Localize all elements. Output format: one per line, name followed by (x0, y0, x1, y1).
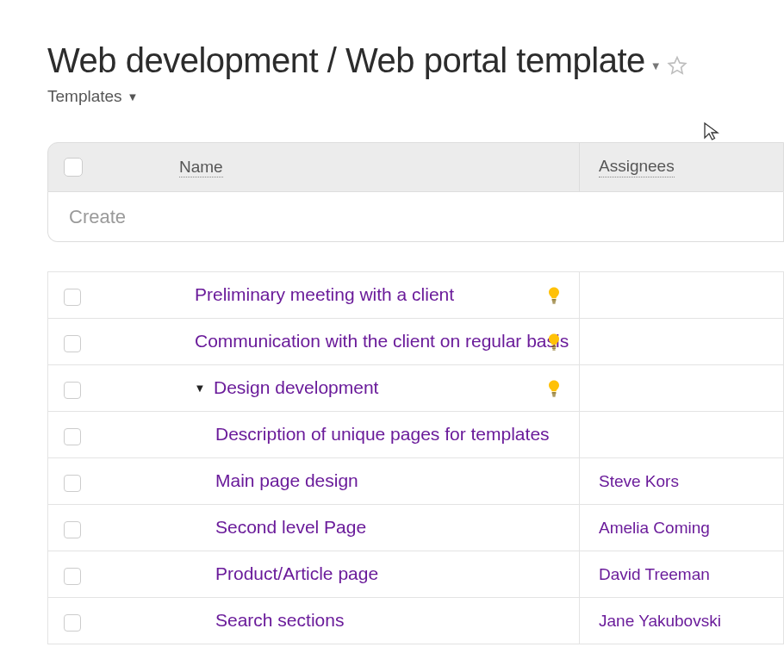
svg-rect-5 (552, 347, 556, 348)
column-header-name[interactable]: Name (179, 158, 223, 177)
row-checkbox[interactable] (64, 382, 81, 399)
svg-rect-1 (551, 299, 556, 300)
create-row (47, 192, 784, 242)
svg-rect-9 (552, 395, 555, 396)
expand-toggle-icon[interactable]: ▼ (193, 382, 207, 395)
assignee-cell[interactable]: Jane Yakubovski (579, 598, 783, 644)
table-row: Second level PageAmelia Coming (48, 505, 783, 551)
assignee-cell[interactable]: David Treeman (579, 551, 783, 597)
table-row: Communication with the client on regular… (48, 319, 783, 365)
table-row: ▼Design development (48, 365, 783, 412)
svg-rect-7 (551, 392, 556, 393)
table-row: Description of unique pages for template… (48, 412, 783, 458)
subnav-templates[interactable]: Templates (47, 87, 122, 106)
subnav-caret-icon[interactable]: ▼ (128, 90, 139, 103)
lightbulb-icon[interactable] (546, 286, 562, 305)
task-link[interactable]: Preliminary meeting with a client (195, 283, 454, 306)
select-all-checkbox[interactable] (64, 158, 83, 177)
column-header-assignees[interactable]: Assignees (599, 157, 675, 177)
svg-rect-6 (552, 349, 555, 350)
task-link[interactable]: Main page design (215, 470, 358, 492)
page-title: Web development / Web portal template (47, 41, 645, 80)
assignee-cell[interactable] (579, 412, 783, 457)
row-checkbox[interactable] (64, 521, 81, 538)
assignee-cell[interactable] (579, 272, 783, 318)
assignee-cell[interactable] (579, 365, 783, 411)
svg-rect-4 (551, 345, 556, 346)
task-link[interactable]: Description of unique pages for template… (215, 423, 550, 445)
assignee-cell[interactable]: Steve Kors (579, 458, 783, 504)
task-link[interactable]: Product/Article page (215, 563, 378, 585)
row-checkbox[interactable] (64, 289, 81, 306)
table-row: Main page designSteve Kors (48, 458, 783, 505)
row-checkbox[interactable] (64, 428, 81, 445)
row-checkbox[interactable] (64, 335, 81, 352)
svg-rect-3 (552, 302, 555, 303)
table-row: Product/Article pageDavid Treeman (48, 551, 783, 598)
title-dropdown-caret[interactable]: ▼ (650, 59, 662, 72)
task-table: Name Assignees Preliminary meeting with … (47, 142, 784, 644)
table-row: Search sectionsJane Yakubovski (48, 598, 783, 644)
table-header: Name Assignees (47, 142, 784, 192)
lightbulb-icon[interactable] (546, 333, 562, 352)
lightbulb-icon[interactable] (546, 379, 562, 398)
task-link[interactable]: Design development (214, 376, 378, 399)
svg-rect-8 (552, 394, 556, 395)
row-checkbox[interactable] (64, 475, 81, 492)
star-icon[interactable] (667, 55, 688, 76)
table-row: Preliminary meeting with a client (48, 272, 783, 319)
svg-rect-2 (552, 301, 556, 302)
row-checkbox[interactable] (64, 614, 81, 632)
svg-marker-0 (669, 57, 686, 73)
task-link[interactable]: Search sections (215, 609, 344, 632)
task-link[interactable]: Second level Page (215, 516, 366, 538)
row-checkbox[interactable] (64, 568, 81, 585)
assignee-cell[interactable]: Amelia Coming (579, 505, 783, 551)
create-task-input[interactable] (69, 206, 783, 228)
assignee-cell[interactable] (579, 319, 783, 364)
task-link[interactable]: Communication with the client on regular… (195, 330, 569, 352)
